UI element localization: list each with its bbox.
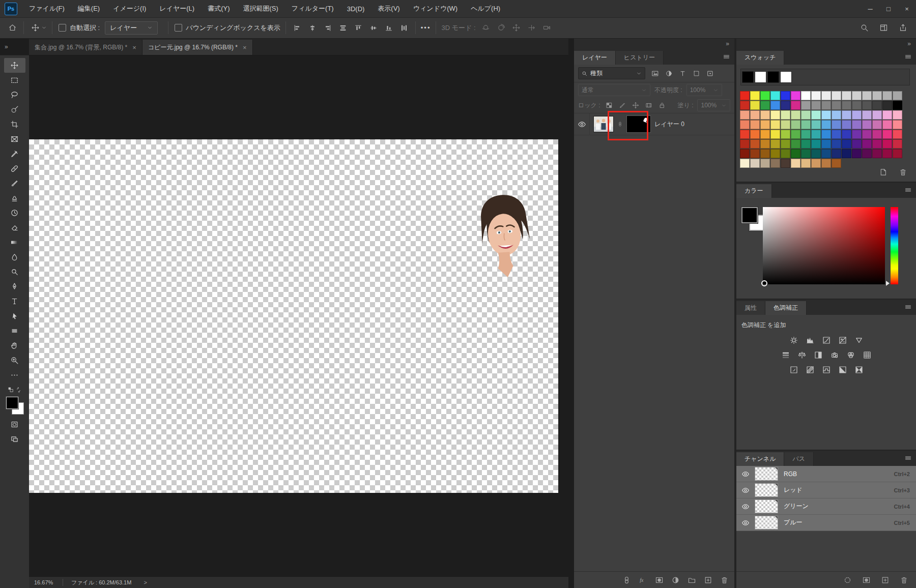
color-swatch[interactable]: [832, 139, 841, 149]
save-selection-as-channel-button[interactable]: [860, 574, 872, 586]
color-swatch[interactable]: [740, 101, 750, 110]
layer-name[interactable]: レイヤー 0: [654, 120, 684, 129]
color-swatch[interactable]: [801, 130, 811, 139]
zoom-tool[interactable]: [4, 353, 25, 368]
color-swatch[interactable]: [760, 139, 770, 149]
lock-pixels-icon[interactable]: [618, 99, 627, 111]
menu-image[interactable]: イメージ(I): [106, 0, 153, 17]
menu-file[interactable]: ファイル(F): [22, 0, 71, 17]
menu-3d[interactable]: 3D(D): [340, 0, 371, 17]
color-swatch[interactable]: [811, 149, 821, 158]
color-swatch[interactable]: [852, 149, 862, 158]
color-swatch[interactable]: [740, 120, 750, 129]
exposure-icon[interactable]: [837, 335, 848, 346]
color-swatch[interactable]: [791, 159, 800, 168]
3d-slide-button[interactable]: [526, 22, 538, 34]
align-vertical-centers-button[interactable]: [367, 22, 380, 34]
color-swatch[interactable]: [832, 91, 841, 100]
color-swatch[interactable]: [852, 91, 862, 100]
color-swatch[interactable]: [760, 120, 770, 129]
color-swatch[interactable]: [872, 91, 882, 100]
add-layer-mask-button[interactable]: [654, 574, 664, 586]
color-swatch[interactable]: [801, 120, 811, 129]
menu-select[interactable]: 選択範囲(S): [237, 0, 285, 17]
channel-row-グリーン[interactable]: グリーンCtrl+4: [736, 498, 916, 515]
color-swatch[interactable]: [750, 101, 760, 110]
threshold-icon[interactable]: [821, 364, 832, 375]
color-swatch[interactable]: [832, 130, 841, 139]
vibrance-icon[interactable]: [853, 335, 865, 346]
distribute-vertical-centers-button[interactable]: [337, 22, 349, 34]
mask-link-icon[interactable]: [617, 120, 623, 128]
color-swatch[interactable]: [801, 110, 811, 120]
history-brush-tool[interactable]: [4, 205, 25, 220]
color-swatch[interactable]: [893, 130, 902, 139]
filter-adjustment-icon[interactable]: [664, 67, 674, 79]
channel-visibility-eye-icon[interactable]: [736, 470, 755, 478]
toolbar-collapse[interactable]: »: [0, 38, 29, 55]
color-swatch[interactable]: [791, 120, 800, 129]
color-swatch[interactable]: [842, 101, 851, 110]
color-swatch[interactable]: [872, 149, 882, 158]
toolbar-color-swatches[interactable]: [5, 396, 25, 417]
align-top-edges-button[interactable]: [352, 22, 364, 34]
home-icon[interactable]: [6, 22, 18, 34]
doc-tab-copymoto-close-icon[interactable]: ×: [243, 44, 247, 51]
color-swatch[interactable]: [770, 110, 780, 120]
tab-paths[interactable]: パス: [784, 452, 814, 466]
color-swatch[interactable]: [872, 120, 882, 129]
menu-edit[interactable]: 編集(E): [71, 0, 106, 17]
color-swatch[interactable]: [821, 130, 831, 139]
color-swatch[interactable]: [852, 120, 862, 129]
color-swatch[interactable]: [781, 110, 790, 120]
color-swatch[interactable]: [740, 139, 750, 149]
tab-swatches[interactable]: スウォッチ: [736, 51, 784, 65]
panel-menu-icon[interactable]: [904, 303, 912, 311]
filter-shape-icon[interactable]: [691, 67, 701, 79]
filter-type-icon[interactable]: [677, 67, 688, 79]
toolbar-foreground-swatch[interactable]: [6, 397, 18, 409]
hand-tool[interactable]: [4, 338, 25, 353]
delete-channel-button[interactable]: [898, 574, 910, 586]
color-swatch[interactable]: [781, 130, 790, 139]
color-swatch[interactable]: [882, 91, 892, 100]
more-options-button[interactable]: •••: [421, 24, 431, 32]
auto-select-checkbox[interactable]: [59, 24, 66, 32]
color-swatch[interactable]: [801, 101, 811, 110]
color-swatch[interactable]: [893, 120, 902, 129]
new-swatch-button[interactable]: [877, 166, 889, 178]
color-swatch[interactable]: [882, 130, 892, 139]
chevron-down-icon[interactable]: [41, 25, 47, 31]
layer-visibility-eye-icon[interactable]: [574, 113, 590, 135]
type-tool[interactable]: [4, 294, 25, 309]
move-tool[interactable]: [4, 58, 25, 73]
channel-visibility-eye-icon[interactable]: [736, 503, 755, 511]
color-swatch[interactable]: [811, 110, 821, 120]
menu-help[interactable]: ヘルプ(H): [464, 0, 507, 17]
doc-tab-shugo-close-icon[interactable]: ×: [132, 44, 136, 51]
color-swatch[interactable]: [872, 110, 882, 120]
share-icon[interactable]: [897, 22, 909, 34]
color-swatch[interactable]: [770, 101, 780, 110]
color-swatch[interactable]: [821, 149, 831, 158]
color-swatch[interactable]: [821, 91, 831, 100]
color-swatch[interactable]: [770, 139, 780, 149]
hue-slider-marker[interactable]: [886, 281, 890, 286]
color-swatch[interactable]: [882, 101, 892, 110]
color-swatch[interactable]: [862, 120, 872, 129]
zoom-level-field[interactable]: 16.67%: [29, 579, 63, 585]
color-swatch[interactable]: [781, 120, 790, 129]
color-swatch[interactable]: [852, 130, 862, 139]
color-swatch[interactable]: [781, 149, 790, 158]
menu-window[interactable]: ウィンドウ(W): [407, 0, 464, 17]
color-swatch[interactable]: [740, 110, 750, 120]
maximize-button[interactable]: □: [879, 1, 898, 16]
layer-filter-search[interactable]: 種類: [578, 67, 645, 79]
rectangle-tool[interactable]: [4, 324, 25, 338]
menu-type[interactable]: 書式(Y): [201, 0, 236, 17]
color-swatch[interactable]: [821, 101, 831, 110]
recent-swatch[interactable]: [780, 71, 792, 83]
color-swatch[interactable]: [821, 120, 831, 129]
layer-row[interactable]: レイヤー 0: [574, 113, 734, 135]
color-swatch[interactable]: [750, 149, 760, 158]
